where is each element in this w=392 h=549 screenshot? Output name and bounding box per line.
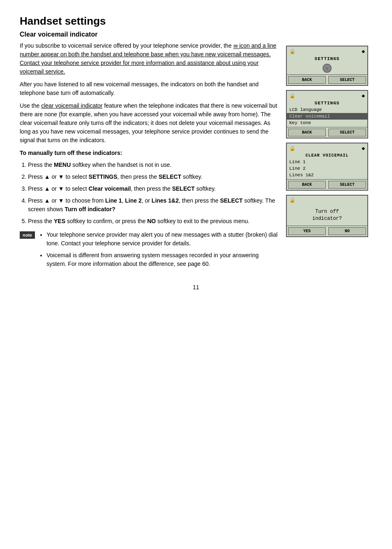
lock-icon-1: 🔒 xyxy=(289,48,295,55)
screen4-yes-btn[interactable]: YES xyxy=(288,227,326,235)
lock-icon-3: 🔒 xyxy=(289,145,295,152)
screen-1: 🔒 ◆ SETTINGS ⊙ BACK SELECT xyxy=(286,46,368,86)
screen1-footer: BACK SELECT xyxy=(287,74,367,85)
steps-list: Press the MENU softkey when the handset … xyxy=(28,161,278,226)
screen3-select-btn[interactable]: SELECT xyxy=(328,181,366,189)
screen1-select-btn[interactable]: SELECT xyxy=(328,76,366,84)
intro-paragraph-2: After you have listened to all new voice… xyxy=(20,80,278,97)
screen3-footer: BACK SELECT xyxy=(287,179,367,190)
screen2-select-btn[interactable]: SELECT xyxy=(328,129,366,136)
instructions-heading: To manually turn off these indicators: xyxy=(20,149,278,157)
screen2-row-clear: Clear voicemail xyxy=(287,113,367,120)
screen3-row-line2: Line 2 xyxy=(287,165,367,172)
screen1-back-btn[interactable]: BACK xyxy=(288,76,326,84)
screen2-title: SETTINGS xyxy=(287,100,367,106)
screen-4: 🔒 Turn offindicator? YES NO xyxy=(286,195,368,237)
screen1-title: SETTINGS xyxy=(287,55,367,62)
intro-paragraph-1: If you subscribe to voicemail service of… xyxy=(20,42,278,76)
screen2-back-btn[interactable]: BACK xyxy=(288,129,326,136)
step-4: Press ▲ or ▼ to choose from Line 1, Line… xyxy=(28,196,278,214)
screen3-row-lines12: Lines 1&2 xyxy=(287,172,367,178)
screens-column: 🔒 ◆ SETTINGS ⊙ BACK SELECT 🔒 ◆ SETTINGS … xyxy=(286,46,372,237)
screen3-title: CLEAR VOICEMAIL xyxy=(287,152,367,159)
intro-paragraph-3: Use the clear voicemail indicator featur… xyxy=(20,101,278,145)
page-title: Handset settings xyxy=(20,15,372,28)
lock-icon-4: 🔒 xyxy=(289,197,295,203)
screen4-footer: YES NO xyxy=(287,226,367,236)
note-content: Your telephone service provider may aler… xyxy=(40,231,278,272)
section-title: Clear voicemail indicator xyxy=(20,31,372,38)
screen4-text: Turn offindicator? xyxy=(287,204,367,225)
screen2-footer: BACK SELECT xyxy=(287,127,367,138)
step-1: Press the MENU softkey when the handset … xyxy=(28,161,278,169)
note-label: note xyxy=(20,231,35,239)
lock-icon-2: 🔒 xyxy=(289,93,295,99)
screen2-row-key: Key tone xyxy=(287,120,367,126)
screen3-back-btn[interactable]: BACK xyxy=(288,181,326,189)
step-5: Press the YES softkey to confirm, or pre… xyxy=(28,217,278,226)
screen3-row-line1: Line 1 xyxy=(287,159,367,165)
voicemail-icon: ✉ xyxy=(233,43,240,49)
arrow-icon-1: ◆ xyxy=(362,48,365,55)
page-number: 11 xyxy=(20,284,372,291)
step-3: Press ▲ or ▼ to select Clear voicemail, … xyxy=(28,185,278,193)
arrow-icon-3: ◆ xyxy=(362,145,365,152)
arrow-icon-2: ◆ xyxy=(362,92,365,99)
screen4-no-btn[interactable]: NO xyxy=(328,227,366,235)
screen-2: 🔒 ◆ SETTINGS LCD language Clear voicemai… xyxy=(286,90,368,138)
screen-3: 🔒 ◆ CLEAR VOICEMAIL Line 1 Line 2 Lines … xyxy=(286,143,368,191)
screen1-nav: ⊙ xyxy=(287,62,367,74)
text-column: If you subscribe to voicemail service of… xyxy=(20,42,278,272)
screen2-row-lcd: LCD language xyxy=(287,106,367,113)
note-item-2: Voicemail is different from answering sy… xyxy=(46,251,278,268)
step-2: Press ▲ or ▼ to select SETTINGS, then pr… xyxy=(28,173,278,181)
nav-circle-1: ⊙ xyxy=(323,64,332,73)
note-box: note Your telephone service provider may… xyxy=(20,231,278,272)
note-item-1: Your telephone service provider may aler… xyxy=(46,231,278,248)
